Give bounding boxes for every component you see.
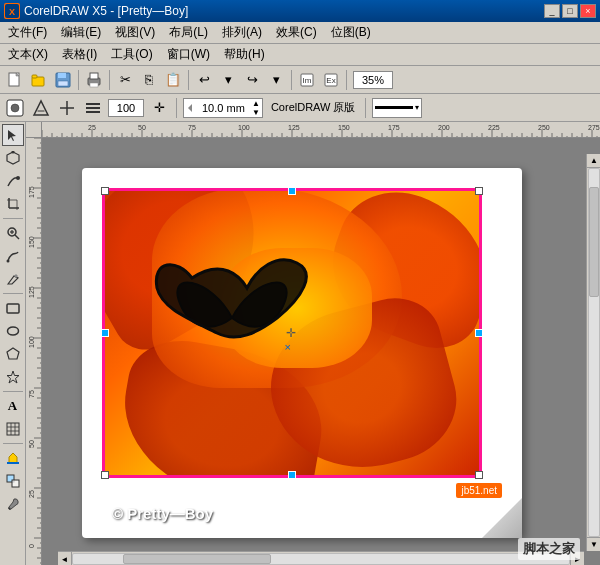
svg-rect-37 xyxy=(7,304,19,313)
scrollbar-vertical[interactable]: ▲ ▼ xyxy=(586,154,600,551)
undo-dropdown[interactable]: ▾ xyxy=(217,69,239,91)
sep3 xyxy=(188,70,189,90)
prop-mm-group: ▲ ▼ xyxy=(183,98,263,118)
tool-zoom[interactable] xyxy=(2,222,24,244)
prop-plus[interactable]: ✛ xyxy=(148,97,170,119)
tool-eyedrop[interactable] xyxy=(2,493,24,515)
undo-button[interactable]: ↩ xyxy=(193,69,215,91)
menu-edit[interactable]: 编辑(E) xyxy=(55,22,107,43)
main-area: A xyxy=(0,122,600,565)
prop-mm-input[interactable] xyxy=(202,102,252,114)
line-dropdown-icon[interactable]: ▾ xyxy=(415,103,419,112)
menu-layout[interactable]: 布局(L) xyxy=(163,22,214,43)
menu-text[interactable]: 文本(X) xyxy=(2,44,54,65)
export-button[interactable]: Ex xyxy=(320,69,342,91)
scrollbar-h-track[interactable] xyxy=(72,553,570,565)
open-button[interactable] xyxy=(28,69,50,91)
tool-panel: A xyxy=(0,122,26,565)
menu-tools[interactable]: 工具(O) xyxy=(105,44,158,65)
tool-freehand[interactable] xyxy=(2,245,24,267)
cut-button[interactable]: ✂ xyxy=(114,69,136,91)
document-page: ✛ × © Pretty—Boy jb51.net xyxy=(82,168,522,538)
minimize-button[interactable]: _ xyxy=(544,4,560,18)
svg-rect-48 xyxy=(12,480,19,487)
tool-smear[interactable] xyxy=(2,170,24,192)
prop-mm-spinners[interactable]: ▲ ▼ xyxy=(252,99,260,117)
close-button[interactable]: × xyxy=(580,4,596,18)
app-icon: X xyxy=(4,3,20,19)
tool-sep2 xyxy=(3,293,23,294)
tool-polygon[interactable] xyxy=(2,343,24,365)
prop-icon1 xyxy=(4,97,26,119)
prop-value1[interactable] xyxy=(108,99,144,117)
tool-interactive[interactable] xyxy=(2,470,24,492)
watermark-label: © Pretty—Boy xyxy=(112,505,213,522)
print-button[interactable] xyxy=(83,69,105,91)
redo-dropdown[interactable]: ▾ xyxy=(265,69,287,91)
tool-shape[interactable] xyxy=(2,147,24,169)
svg-rect-21 xyxy=(86,107,100,109)
menu-view[interactable]: 视图(V) xyxy=(109,22,161,43)
sep7 xyxy=(365,98,366,118)
svg-marker-18 xyxy=(34,101,48,115)
sep1 xyxy=(78,70,79,90)
save-button[interactable] xyxy=(52,69,74,91)
prop-icon4 xyxy=(82,97,104,119)
tool-table[interactable] xyxy=(2,418,24,440)
canvas-content[interactable]: ✛ × © Pretty—Boy jb51.net 脚本之家 xyxy=(42,138,600,565)
scroll-left-btn[interactable]: ◄ xyxy=(58,552,72,565)
tool-text[interactable]: A xyxy=(2,395,24,417)
titlebar-controls[interactable]: _ □ × xyxy=(544,4,596,18)
ruler-top xyxy=(42,122,600,138)
scroll-up-btn[interactable]: ▲ xyxy=(587,154,600,168)
prop-icon3 xyxy=(56,97,78,119)
tool-sep4 xyxy=(3,443,23,444)
menu-bitmap[interactable]: 位图(B) xyxy=(325,22,377,43)
tool-pen[interactable] xyxy=(2,268,24,290)
prop-mm-up[interactable]: ▲ xyxy=(252,99,260,108)
svg-marker-40 xyxy=(7,371,19,383)
redo-button[interactable]: ↪ xyxy=(241,69,263,91)
menu-table[interactable]: 表格(I) xyxy=(56,44,103,65)
menu-file[interactable]: 文件(F) xyxy=(2,22,53,43)
menu-window[interactable]: 窗口(W) xyxy=(161,44,216,65)
tool-star[interactable] xyxy=(2,366,24,388)
zoom-input[interactable]: 35% xyxy=(353,71,393,89)
sep5 xyxy=(346,70,347,90)
prop-brand-label: CorelDRAW 原版 xyxy=(267,100,360,115)
tool-rect[interactable] xyxy=(2,297,24,319)
line-style-selector[interactable]: ▾ xyxy=(372,98,422,118)
maximize-button[interactable]: □ xyxy=(562,4,578,18)
svg-point-49 xyxy=(8,508,10,510)
scrollbar-h-thumb[interactable] xyxy=(123,554,272,564)
scrollbar-v-thumb[interactable] xyxy=(589,187,599,297)
tool-select[interactable] xyxy=(2,124,24,146)
paste-button[interactable]: 📋 xyxy=(162,69,184,91)
zoom-label: 35% xyxy=(353,71,393,89)
svg-rect-7 xyxy=(58,73,66,78)
scroll-down-btn[interactable]: ▼ xyxy=(587,537,600,551)
tool-ellipse[interactable] xyxy=(2,320,24,342)
scrollbar-horizontal[interactable]: ◄ ► xyxy=(58,551,584,565)
menu-arrange[interactable]: 排列(A) xyxy=(216,22,268,43)
svg-rect-41 xyxy=(7,423,19,435)
import-button[interactable]: Im xyxy=(296,69,318,91)
sep4 xyxy=(291,70,292,90)
ruler-corner xyxy=(26,122,42,138)
new-button[interactable] xyxy=(4,69,26,91)
titlebar-left: X CorelDRAW X5 - [Pretty—Boy] xyxy=(4,3,188,19)
copy-button[interactable]: ⎘ xyxy=(138,69,160,91)
tool-sep3 xyxy=(3,391,23,392)
prop-mm-down[interactable]: ▼ xyxy=(252,108,260,117)
tool-crop[interactable] xyxy=(2,193,24,215)
tool-fill[interactable] xyxy=(2,447,24,469)
svg-point-27 xyxy=(16,176,20,180)
tool-sep1 xyxy=(3,218,23,219)
menu-effects[interactable]: 效果(C) xyxy=(270,22,323,43)
menu-help[interactable]: 帮助(H) xyxy=(218,44,271,65)
photo-object[interactable] xyxy=(102,188,482,478)
menubar-2: 文本(X) 表格(I) 工具(O) 窗口(W) 帮助(H) xyxy=(0,44,600,66)
svg-rect-8 xyxy=(58,81,68,86)
scrollbar-v-track[interactable] xyxy=(588,168,600,537)
svg-rect-46 xyxy=(7,462,19,464)
